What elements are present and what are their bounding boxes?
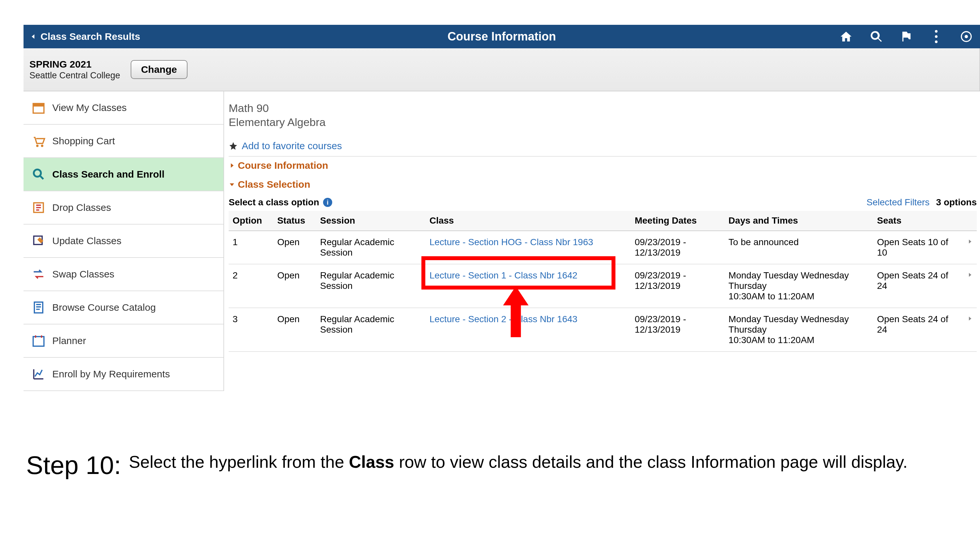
row-chevron[interactable] [963, 264, 977, 308]
svg-point-4 [36, 144, 38, 147]
step-text: Select the hyperlink from the Class row … [129, 451, 908, 473]
sidebar-item-view-my-classes[interactable]: View My Classes [24, 91, 223, 125]
institution-label: Seattle Central College [29, 70, 120, 81]
add-favorite-link[interactable]: Add to favorite courses [242, 140, 342, 151]
course-info-collapser[interactable]: Course Information [229, 156, 977, 171]
sidebar-item-label: Update Classes [52, 235, 121, 246]
class-link[interactable]: Lecture - Section HOG - Class Nbr 1963 [430, 237, 593, 247]
cell-class: Lecture - Section HOG - Class Nbr 1963 [426, 231, 631, 264]
sidebar-item-shopping-cart[interactable]: Shopping Cart [24, 125, 223, 158]
cell-session: Regular Academic Session [316, 308, 426, 352]
calendar-icon [31, 100, 46, 115]
sidebar-item-update-classes[interactable]: Update Classes [24, 225, 223, 258]
sidebar-item-class-search-enroll[interactable]: Class Search and Enroll [24, 158, 223, 191]
row-chevron[interactable] [963, 308, 977, 352]
info-icon[interactable]: i [323, 198, 332, 207]
th-session: Session [316, 211, 426, 231]
favorite-row: Add to favorite courses [229, 140, 977, 151]
th-seats: Seats [873, 211, 963, 231]
cell-status: Open [274, 308, 316, 352]
th-option: Option [229, 211, 274, 231]
cell-session: Regular Academic Session [316, 231, 426, 264]
back-label: Class Search Results [40, 31, 140, 42]
search-icon[interactable] [869, 29, 883, 44]
table-row[interactable]: 3OpenRegular Academic SessionLecture - S… [229, 308, 977, 352]
sidebar-item-label: Browse Course Catalog [52, 302, 156, 313]
cell-status: Open [274, 231, 316, 264]
sidebar-item-label: Shopping Cart [52, 135, 115, 146]
graph-icon [31, 367, 46, 381]
class-options-table: Option Status Session Class Meeting Date… [229, 211, 977, 352]
star-icon [229, 141, 238, 151]
class-selection-collapser[interactable]: Class Selection [229, 176, 977, 190]
svg-point-5 [41, 144, 43, 147]
th-times: Days and Times [725, 211, 873, 231]
sidebar-item-drop-classes[interactable]: Drop Classes [24, 191, 223, 225]
planner-icon [31, 333, 46, 348]
th-dates: Meeting Dates [631, 211, 725, 231]
cell-dates: 09/23/2019 - 12/13/2019 [631, 231, 725, 264]
sidebar-item-swap-classes[interactable]: Swap Classes [24, 258, 223, 291]
chevron-right-icon [967, 314, 973, 323]
cell-times: To be announced [725, 231, 873, 264]
chevron-left-icon [30, 32, 37, 41]
swap-icon [31, 267, 46, 281]
at-icon[interactable] [959, 29, 974, 44]
chevron-right-icon [967, 270, 973, 279]
course-code: Math 90 [229, 102, 977, 114]
sidebar-item-label: Swap Classes [52, 268, 115, 280]
header-bar: Class Search Results Course Information [24, 25, 980, 48]
magnifier-icon [31, 167, 46, 181]
svg-point-1 [965, 35, 968, 38]
class-link[interactable]: Lecture - Section 2 - Class Nbr 1643 [430, 314, 578, 324]
class-link[interactable]: Lecture - Section 1 - Class Nbr 1642 [430, 270, 578, 280]
table-row[interactable]: 2OpenRegular Academic SessionLecture - S… [229, 264, 977, 308]
selected-filters-link[interactable]: Selected Filters [867, 197, 930, 208]
cell-times: Monday Tuesday Wednesday Thursday 10:30A… [725, 264, 873, 308]
step-number: Step 10: [26, 451, 121, 480]
caret-down-icon [229, 181, 235, 188]
change-term-button[interactable]: Change [130, 60, 188, 79]
kebab-menu-icon[interactable] [929, 29, 943, 44]
sidebar-item-browse-catalog[interactable]: Browse Course Catalog [24, 291, 223, 324]
select-prompt: Select a class option [229, 197, 319, 208]
sidebar-item-planner[interactable]: Planner [24, 324, 223, 358]
th-class: Class [426, 211, 631, 231]
term-label: SPRING 2021 [29, 59, 120, 70]
cell-dates: 09/23/2019 - 12/13/2019 [631, 264, 725, 308]
sidebar: View My Classes Shopping Cart Class Sear… [24, 91, 224, 391]
select-option-row: Select a class option i Selected Filters… [229, 197, 977, 208]
caret-right-icon [229, 162, 235, 169]
svg-rect-3 [33, 103, 44, 106]
app-shell: Class Search Results Course Information … [0, 0, 980, 551]
cell-seats: Open Seats 10 of 10 [873, 231, 963, 264]
cell-status: Open [274, 264, 316, 308]
table-row[interactable]: 1OpenRegular Academic SessionLecture - S… [229, 231, 977, 264]
options-count: 3 options [936, 197, 977, 208]
course-title: Elementary Algebra [229, 116, 977, 129]
row-chevron[interactable] [963, 231, 977, 264]
drop-icon [31, 200, 46, 215]
cell-option: 1 [229, 231, 274, 264]
sidebar-item-enroll-by-req[interactable]: Enroll by My Requirements [24, 358, 223, 391]
home-icon[interactable] [839, 29, 853, 44]
flag-icon[interactable] [899, 29, 913, 44]
course-info-label: Course Information [238, 160, 328, 171]
chevron-right-icon [967, 237, 973, 246]
cell-option: 2 [229, 264, 274, 308]
cell-seats: Open Seats 24 of 24 [873, 308, 963, 352]
back-button[interactable]: Class Search Results [24, 31, 140, 42]
page-title: Course Information [24, 30, 980, 43]
header-actions [839, 25, 974, 48]
cart-icon [31, 134, 46, 148]
class-selection-label: Class Selection [238, 179, 310, 190]
cell-times: Monday Tuesday Wednesday Thursday 10:30A… [725, 308, 873, 352]
th-status: Status [274, 211, 316, 231]
svg-rect-10 [33, 337, 44, 346]
term-subheader: SPRING 2021 Seattle Central College Chan… [24, 48, 980, 91]
main-content: Math 90 Elementary Algebra Add to favori… [229, 102, 977, 352]
sidebar-item-label: Planner [52, 335, 86, 346]
cell-option: 3 [229, 308, 274, 352]
term-block: SPRING 2021 Seattle Central College [29, 59, 120, 81]
sidebar-item-label: Class Search and Enroll [52, 169, 164, 180]
